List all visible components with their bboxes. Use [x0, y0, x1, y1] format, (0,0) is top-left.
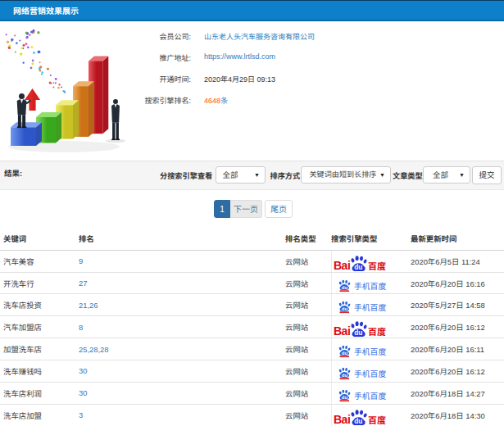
svg-text:手机百度: 手机百度 — [354, 301, 386, 313]
svg-text:手机百度: 手机百度 — [354, 368, 386, 379]
svg-text:du: du — [342, 306, 348, 311]
svg-text:Bai: Bai — [334, 413, 350, 426]
svg-text:du: du — [342, 373, 348, 378]
svg-text:du: du — [354, 417, 362, 425]
svg-text:百度: 百度 — [368, 259, 386, 272]
svg-text:du: du — [354, 329, 362, 338]
svg-text:du: du — [342, 351, 348, 356]
svg-text:Bai: Bai — [334, 259, 350, 272]
svg-text:手机百度: 手机百度 — [354, 279, 386, 291]
svg-text:百度: 百度 — [368, 413, 386, 426]
svg-text:du: du — [354, 263, 362, 271]
svg-text:du: du — [342, 284, 348, 289]
svg-text:百度: 百度 — [368, 324, 386, 338]
svg-text:du: du — [342, 394, 348, 399]
svg-text:手机百度: 手机百度 — [354, 346, 386, 357]
svg-text:Bai: Bai — [334, 324, 350, 338]
svg-text:手机百度: 手机百度 — [354, 390, 386, 401]
